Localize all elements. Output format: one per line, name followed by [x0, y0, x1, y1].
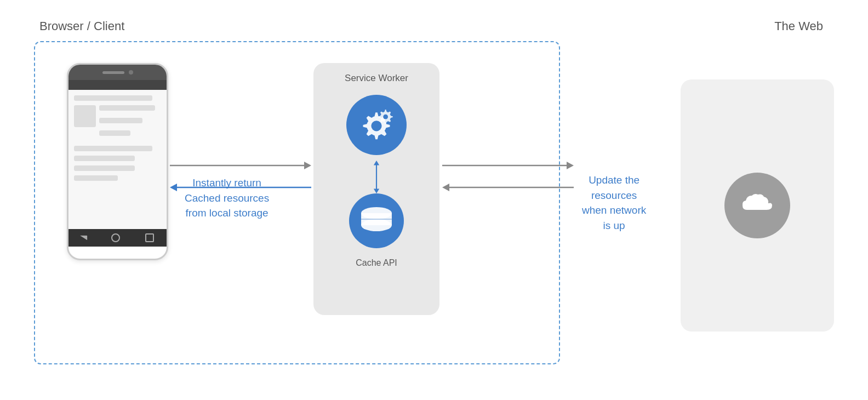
nav-recent: [145, 233, 154, 242]
arrow-web-to-sw: [442, 182, 574, 197]
svg-marker-16: [567, 162, 574, 169]
phone-illustration: [67, 63, 168, 260]
content-bar-3: [74, 156, 135, 161]
phone-top-bar: [68, 65, 167, 80]
browser-client-label: Browser / Client: [39, 19, 124, 33]
content-lines: [99, 105, 161, 140]
cache-circle: [349, 193, 404, 248]
is-up-text: is up: [603, 220, 625, 231]
content-bar-4: [74, 165, 135, 171]
web-box: [681, 79, 834, 332]
gear-circle: [346, 95, 407, 155]
the-web-label: The Web: [774, 19, 823, 33]
cloud-icon: [738, 192, 776, 219]
line-2: [99, 118, 142, 123]
nav-back: [80, 236, 88, 241]
service-worker-panel: Service Worker: [313, 63, 439, 315]
instantly-label: Instantly return Cached resources from l…: [185, 175, 269, 221]
update-the-text: Update the: [589, 174, 639, 186]
svg-marker-8: [374, 188, 379, 193]
diagram-container: Browser / Client The Web: [23, 14, 845, 386]
cache-api-label: Cache API: [356, 258, 397, 268]
line-1: [99, 105, 155, 111]
phone-speaker: [102, 71, 124, 74]
phone-content: [68, 90, 167, 229]
content-bar-1: [74, 95, 152, 101]
svg-marker-7: [374, 161, 379, 165]
svg-marker-18: [442, 184, 449, 191]
service-worker-label: Service Worker: [345, 73, 408, 84]
content-bar-2: [74, 146, 152, 151]
nav-home: [111, 233, 120, 242]
vertical-double-arrow-svg: [371, 161, 382, 193]
cloud-circle: [724, 173, 790, 238]
gear-icon: [357, 106, 396, 144]
update-label: Update the resources when network is up: [582, 173, 646, 233]
line-3: [99, 130, 130, 136]
content-bar-5: [74, 175, 118, 181]
svg-marker-1: [304, 162, 311, 169]
phone-bottom-nav: [68, 229, 167, 247]
instantly-return-text: Instantly return: [192, 177, 261, 188]
cached-resources-text: Cached resources: [185, 192, 269, 204]
content-square: [74, 105, 96, 127]
phone-camera: [129, 70, 133, 75]
vertical-arrow: [371, 161, 382, 193]
when-network-text: when network: [582, 204, 646, 216]
phone-status-bar: [68, 80, 167, 90]
svg-marker-3: [170, 184, 177, 191]
arrow-phone-to-sw: [170, 160, 311, 175]
database-icon: [360, 206, 393, 236]
arrow-sw-to-web: [442, 160, 574, 175]
resources-text: resources: [591, 190, 637, 201]
content-block-1: [74, 105, 161, 140]
svg-point-4: [371, 121, 381, 131]
from-local-storage-text: from local storage: [186, 207, 269, 219]
svg-point-5: [383, 115, 388, 119]
